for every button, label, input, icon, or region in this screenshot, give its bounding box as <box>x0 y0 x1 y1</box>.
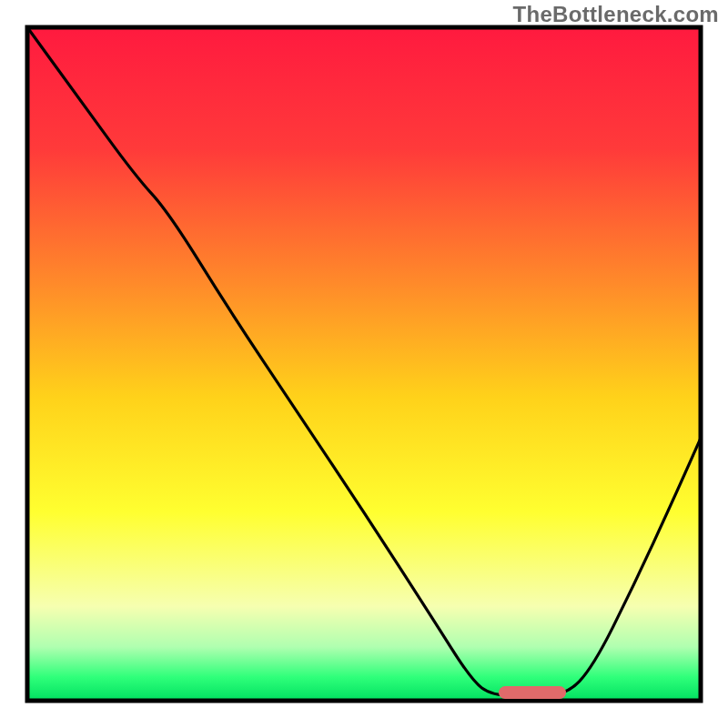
result-range-marker <box>499 686 566 699</box>
bottleneck-chart <box>0 0 728 728</box>
plot-background <box>27 27 701 701</box>
chart-stage: TheBottleneck.com <box>0 0 728 728</box>
